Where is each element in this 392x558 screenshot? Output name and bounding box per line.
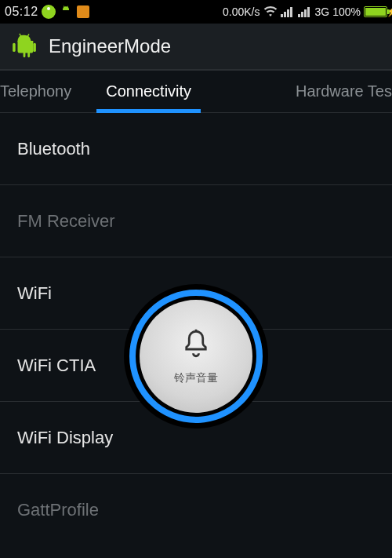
sync-icon bbox=[42, 5, 56, 19]
battery-pct: 100% bbox=[332, 5, 361, 18]
signal-1-icon bbox=[281, 6, 295, 17]
tab-label: Connectivity bbox=[106, 82, 191, 100]
volume-label: 铃声音量 bbox=[174, 371, 218, 385]
list-item[interactable]: Bluetooth bbox=[0, 113, 392, 185]
list-item-label: GattProfile bbox=[17, 500, 99, 520]
svg-rect-0 bbox=[13, 43, 16, 52]
list-item-label: WiFi Display bbox=[17, 428, 113, 448]
tab-label: Telephony bbox=[0, 82, 71, 100]
list-item[interactable]: GattProfile bbox=[0, 474, 392, 546]
volume-inner: 铃声音量 bbox=[140, 300, 252, 413]
app-notification-icon bbox=[76, 5, 90, 19]
app-title: EngineerMode bbox=[49, 35, 171, 57]
data-rate: 0.00K/s bbox=[223, 5, 260, 18]
status-left: 05:12 bbox=[5, 5, 90, 19]
list-item-label: WiFi CTIA bbox=[17, 356, 96, 376]
android-icon bbox=[59, 5, 73, 19]
list-item-label: WiFi bbox=[17, 283, 52, 304]
list-item-label: Bluetooth bbox=[17, 139, 90, 159]
tab-connectivity[interactable]: Connectivity bbox=[89, 71, 209, 112]
signal-2-icon bbox=[298, 6, 312, 17]
app-bar: EngineerMode bbox=[0, 24, 392, 71]
volume-overlay[interactable]: 铃声音量 bbox=[124, 284, 268, 429]
tab-hardware-tests[interactable]: Hardware Tes bbox=[209, 71, 392, 112]
app-logo-android-icon bbox=[11, 33, 38, 60]
list-item[interactable]: FM Receiver bbox=[0, 185, 392, 257]
list-item-label: FM Receiver bbox=[17, 211, 115, 232]
tab-telephony[interactable]: Telephony bbox=[0, 71, 89, 112]
status-bar: 05:12 0.00K/s 3G 100% ⚡ bbox=[0, 0, 392, 24]
bell-icon bbox=[180, 327, 212, 363]
volume-ring: 铃声音量 bbox=[129, 290, 263, 423]
tab-label: Hardware Tes bbox=[296, 82, 392, 100]
network-label: 3G bbox=[315, 5, 330, 18]
battery-icon: ⚡ bbox=[364, 6, 387, 17]
svg-rect-1 bbox=[33, 43, 36, 52]
status-right: 0.00K/s 3G 100% ⚡ bbox=[223, 5, 387, 19]
status-time: 05:12 bbox=[5, 5, 38, 19]
tab-bar: Telephony Connectivity Hardware Tes bbox=[0, 71, 392, 113]
wifi-icon bbox=[263, 5, 278, 19]
